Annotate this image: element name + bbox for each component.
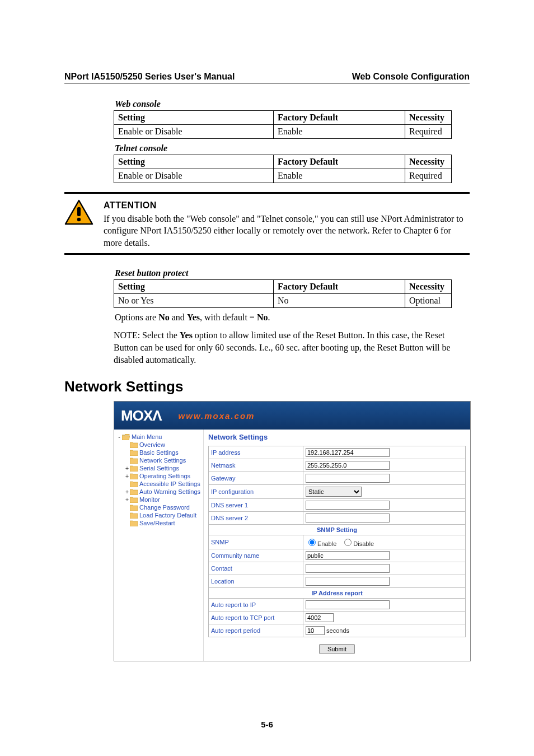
- tree-accessible-ip[interactable]: Accessible IP Settings: [124, 480, 201, 488]
- snmp-enable-radio[interactable]: [308, 539, 316, 546]
- folder-icon: [130, 465, 138, 472]
- tree-main-menu[interactable]: - Main Menu: [116, 433, 201, 441]
- ip-label: IP address: [209, 446, 303, 459]
- gateway-label: Gateway: [209, 472, 303, 485]
- folder-icon: [130, 442, 138, 448]
- folder-icon: [130, 505, 138, 511]
- tc-h2: Factory Default: [274, 155, 405, 169]
- wc-c3: Required: [405, 125, 452, 139]
- wc-c1: Enable or Disable: [114, 125, 274, 139]
- location-label: Location: [209, 575, 303, 588]
- header-left: NPort IA5150/5250 Series User's Manual: [64, 72, 235, 82]
- wc-h3: Necessity: [405, 111, 452, 125]
- ip-input[interactable]: [306, 448, 390, 457]
- rb-c3: Optional: [405, 294, 452, 308]
- snmp-disable-radio[interactable]: [344, 539, 352, 546]
- reset-button-title: Reset button protect: [115, 268, 470, 278]
- rb-h2: Factory Default: [274, 280, 405, 294]
- webconsole-screenshot: MOXΛ www.moxa.com - Main Menu Overview B…: [114, 401, 471, 661]
- dns2-input[interactable]: [306, 514, 390, 522]
- tc-h3: Necessity: [405, 155, 452, 169]
- wc-h2: Factory Default: [274, 111, 405, 125]
- tc-h1: Setting: [114, 155, 274, 169]
- community-input[interactable]: [306, 551, 390, 560]
- snmp-label: SNMP: [209, 535, 303, 549]
- rb-c2: No: [274, 294, 405, 308]
- header-right: Web Console Configuration: [352, 72, 470, 82]
- autotcp-label: Auto report to TCP port: [209, 612, 303, 624]
- contact-input[interactable]: [306, 564, 390, 573]
- options-note: Options are No and Yes, with default = N…: [115, 312, 470, 323]
- svg-rect-1: [77, 207, 81, 216]
- tree-network-settings[interactable]: Network Settings: [124, 456, 201, 464]
- attention-title: ATTENTION: [104, 199, 470, 212]
- attention-icon: [64, 199, 93, 225]
- telnet-console-table: Setting Factory Default Necessity Enable…: [114, 155, 452, 183]
- form-area: Network Settings IP address Netmask Gate…: [204, 430, 470, 661]
- web-console-table: Setting Factory Default Necessity Enable…: [114, 110, 452, 139]
- ipreport-section: IP Address report: [209, 588, 466, 599]
- telnet-console-title: Telnet console: [115, 143, 470, 153]
- ipconf-label: IP configuration: [209, 485, 303, 499]
- autoperiod-unit: seconds: [326, 627, 349, 634]
- tc-c1: Enable or Disable: [114, 169, 274, 183]
- rb-c1: No or Yes: [114, 294, 274, 308]
- gateway-input[interactable]: [306, 474, 390, 483]
- contact-label: Contact: [209, 562, 303, 575]
- tree-change-password[interactable]: Change Password: [124, 503, 201, 511]
- submit-button[interactable]: Submit: [319, 644, 355, 654]
- note-paragraph: NOTE: Select the Yes option to allow lim…: [114, 329, 470, 366]
- nav-tree: - Main Menu Overview Basic Settings Netw…: [114, 430, 204, 661]
- page-number: 5-6: [0, 720, 534, 729]
- wc-h1: Setting: [114, 111, 274, 125]
- autotcp-input[interactable]: [306, 613, 334, 622]
- community-label: Community name: [209, 549, 303, 562]
- folder-icon: [130, 520, 138, 526]
- web-console-block: Web console Setting Factory Default Nece…: [114, 99, 470, 139]
- location-input[interactable]: [306, 577, 390, 586]
- tree-auto-warning[interactable]: +Auto Warning Settings: [124, 488, 201, 496]
- tree-save-restart[interactable]: Save/Restart: [124, 519, 201, 527]
- wc-c2: Enable: [274, 125, 405, 139]
- tree-load-factory[interactable]: Load Factory Default: [124, 511, 201, 519]
- netmask-label: Netmask: [209, 459, 303, 472]
- dns1-input[interactable]: [306, 501, 390, 510]
- dns1-label: DNS server 1: [209, 499, 303, 512]
- moxa-url: www.moxa.com: [179, 411, 255, 421]
- autoip-input[interactable]: [306, 600, 390, 609]
- netmask-input[interactable]: [306, 461, 390, 470]
- attention-box: ATTENTION If you disable both the "Web c…: [64, 192, 470, 255]
- autoperiod-label: Auto report period: [209, 624, 303, 637]
- folder-icon: [130, 497, 138, 503]
- tree-overview[interactable]: Overview: [124, 441, 201, 449]
- tc-c3: Required: [405, 169, 452, 183]
- telnet-console-block: Telnet console Setting Factory Default N…: [114, 143, 470, 183]
- tree-operating-settings[interactable]: +Operating Settings: [124, 472, 201, 480]
- rb-h3: Necessity: [405, 280, 452, 294]
- rb-h1: Setting: [114, 280, 274, 294]
- tree-basic-settings[interactable]: Basic Settings: [124, 449, 201, 456]
- folder-icon: [130, 489, 138, 495]
- tree-serial-settings[interactable]: +Serial Settings: [124, 464, 201, 472]
- folder-open-icon: [122, 434, 130, 440]
- folder-icon: [130, 481, 138, 487]
- tc-c2: Enable: [274, 169, 405, 183]
- svg-point-2: [77, 218, 81, 221]
- network-settings-heading: Network Settings: [64, 378, 470, 395]
- reset-button-block: Reset button protect Setting Factory Def…: [114, 268, 470, 308]
- snmp-disable-label[interactable]: Disable: [341, 540, 374, 547]
- snmp-enable-label[interactable]: Enable: [306, 540, 336, 547]
- autoperiod-input[interactable]: [306, 626, 325, 635]
- dns2-label: DNS server 2: [209, 512, 303, 525]
- network-settings-form: IP address Netmask Gateway IP configurat…: [208, 446, 466, 637]
- folder-icon: [130, 512, 138, 519]
- moxa-logo: MOXΛ: [121, 407, 162, 424]
- folder-icon: [130, 450, 138, 456]
- attention-body: If you disable both the "Web console" an…: [104, 213, 470, 249]
- autoip-label: Auto report to IP: [209, 599, 303, 612]
- banner: MOXΛ www.moxa.com: [114, 402, 470, 430]
- tree-monitor[interactable]: +Monitor: [124, 496, 201, 503]
- ipconf-select[interactable]: Static: [306, 487, 362, 497]
- web-console-title: Web console: [115, 99, 470, 109]
- reset-button-table: Setting Factory Default Necessity No or …: [114, 279, 452, 308]
